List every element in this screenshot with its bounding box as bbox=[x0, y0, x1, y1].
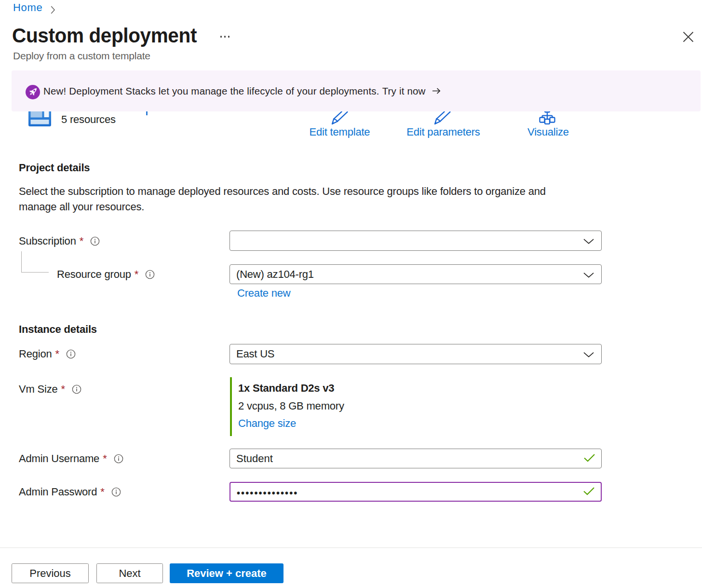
chevron-down-icon bbox=[583, 234, 594, 247]
edit-parameters-action[interactable]: Edit parameters bbox=[402, 125, 485, 138]
page-title: Custom deployment bbox=[12, 24, 197, 47]
required-asterisk: * bbox=[61, 383, 65, 396]
ellipsis-dot bbox=[228, 36, 230, 37]
resource-group-dropdown[interactable]: (New) az104-rg1 bbox=[230, 264, 602, 284]
pencil-icon bbox=[434, 111, 451, 128]
more-options-button[interactable] bbox=[220, 32, 234, 41]
required-asterisk: * bbox=[103, 452, 107, 465]
breadcrumb-home-link[interactable]: Home bbox=[13, 1, 43, 14]
template-icon bbox=[28, 111, 51, 129]
project-details-heading: Project details bbox=[19, 162, 90, 174]
admin-username-field bbox=[230, 449, 602, 468]
info-icon[interactable] bbox=[114, 454, 123, 464]
previous-button[interactable]: Previous bbox=[12, 563, 89, 583]
subscription-label: Subscription * bbox=[19, 231, 100, 251]
instance-details-heading: Instance details bbox=[19, 323, 97, 336]
page-subtitle: Deploy from a custom template bbox=[13, 50, 150, 62]
pencil-icon bbox=[331, 111, 349, 128]
chevron-down-icon bbox=[583, 268, 594, 281]
ellipsis-dot bbox=[220, 36, 222, 37]
project-details-description: Select the subscription to manage deploy… bbox=[19, 184, 546, 215]
required-asterisk: * bbox=[55, 348, 59, 360]
chevron-down-icon bbox=[583, 348, 594, 360]
admin-username-label: Admin Username * bbox=[19, 449, 123, 468]
rocket-icon bbox=[26, 85, 40, 102]
required-asterisk: * bbox=[135, 268, 138, 281]
template-resource-count: 5 resources bbox=[61, 113, 116, 126]
vm-size-specs: 2 vcpus, 8 GB memory bbox=[238, 397, 344, 415]
vm-size-summary: 1x Standard D2s v3 2 vcpus, 8 GB memory … bbox=[230, 377, 344, 436]
subscription-dropdown[interactable] bbox=[230, 231, 602, 251]
arrow-right-icon bbox=[432, 88, 441, 94]
review-create-button[interactable]: Review + create bbox=[170, 563, 284, 583]
template-name-link-remnant bbox=[146, 111, 148, 115]
admin-password-input[interactable] bbox=[230, 483, 601, 501]
create-new-link[interactable]: Create new bbox=[237, 287, 291, 300]
region-label: Region * bbox=[19, 344, 76, 364]
vm-size-name: 1x Standard D2s v3 bbox=[238, 380, 344, 397]
footer-divider bbox=[0, 547, 702, 548]
custom-deployment-page: Home Custom deployment Deploy from a cus… bbox=[0, 0, 702, 588]
resource-group-label: Resource group * bbox=[57, 264, 155, 284]
visualize-action[interactable]: Visualize bbox=[510, 125, 587, 138]
edit-template-action[interactable]: Edit template bbox=[301, 125, 378, 138]
valid-check-icon bbox=[583, 452, 595, 465]
next-button[interactable]: Next bbox=[96, 563, 163, 583]
required-asterisk: * bbox=[80, 235, 83, 247]
banner-text: New! Deployment Stacks let you manage th… bbox=[43, 85, 379, 97]
field-connector-line bbox=[21, 272, 49, 273]
required-asterisk: * bbox=[100, 486, 104, 498]
info-icon[interactable] bbox=[72, 384, 81, 394]
region-dropdown[interactable]: East US bbox=[230, 344, 602, 364]
field-connector-line bbox=[21, 251, 22, 273]
vm-size-label: Vm Size * bbox=[19, 383, 81, 396]
info-icon[interactable] bbox=[145, 270, 155, 279]
org-chart-icon bbox=[538, 111, 556, 127]
admin-password-label: Admin Password * bbox=[19, 482, 121, 502]
deployment-stacks-banner: New! Deployment Stacks let you manage th… bbox=[12, 70, 701, 111]
admin-password-field bbox=[230, 482, 602, 502]
info-icon[interactable] bbox=[66, 349, 76, 359]
ellipsis-dot bbox=[224, 36, 226, 37]
banner-try-it-now-link[interactable]: Try it now bbox=[382, 85, 441, 97]
change-size-link[interactable]: Change size bbox=[238, 417, 296, 429]
admin-username-input[interactable] bbox=[230, 449, 601, 468]
info-icon[interactable] bbox=[111, 487, 121, 497]
close-icon[interactable] bbox=[682, 31, 694, 43]
info-icon[interactable] bbox=[90, 236, 100, 246]
breadcrumb-chevron-icon bbox=[51, 4, 55, 17]
valid-check-icon bbox=[583, 486, 595, 498]
